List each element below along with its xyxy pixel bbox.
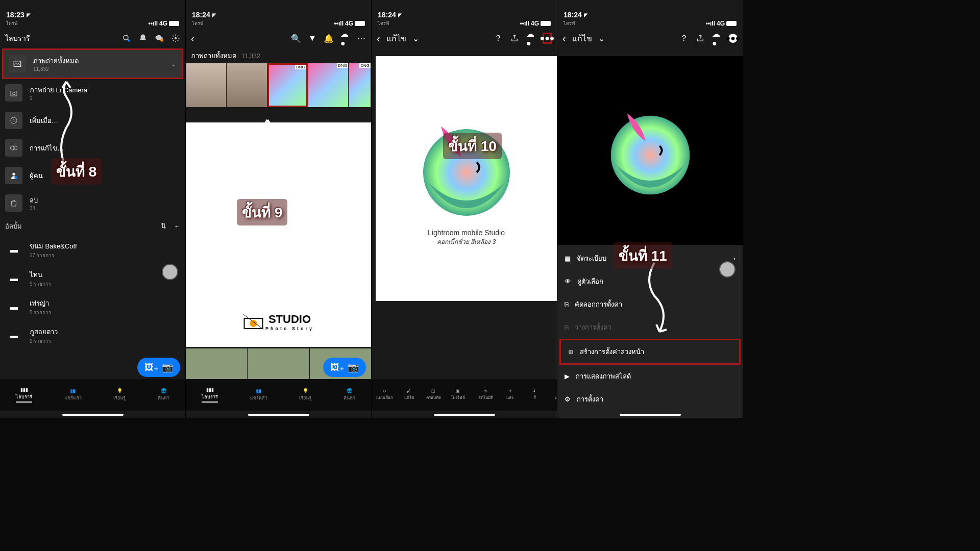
album-item[interactable]: ▬ภูสอยดาว2 รายการ bbox=[0, 321, 185, 350]
tool-selective[interactable]: ⊙แบบเลือก bbox=[374, 389, 395, 401]
thumbnail[interactable] bbox=[248, 348, 309, 379]
paste-icon: ⎘ bbox=[565, 323, 569, 331]
tool-edit[interactable]: 🖌แก้ไข bbox=[398, 389, 420, 401]
logo-subtitle: คอกเน็กชั่วย สีเหลือง 3 bbox=[410, 237, 523, 246]
cloud-icon[interactable]: ☁● bbox=[526, 34, 535, 43]
back-button[interactable]: ‹ bbox=[377, 33, 380, 44]
nav-learn[interactable]: 💡เรียนรู้ bbox=[113, 388, 126, 402]
nav-search[interactable]: 🌐ค้นหา bbox=[344, 388, 355, 402]
bell-icon[interactable] bbox=[138, 34, 148, 43]
more-button[interactable]: ●●● bbox=[543, 33, 552, 44]
share-icon[interactable] bbox=[696, 34, 705, 43]
cloud-icon[interactable] bbox=[155, 34, 164, 43]
sun-icon: ☀ bbox=[508, 389, 512, 393]
cloud-icon[interactable]: ☁● bbox=[340, 34, 350, 43]
gear-icon[interactable] bbox=[171, 34, 180, 43]
image-icon bbox=[9, 55, 26, 72]
logo-title: Lightroom mobile Studio bbox=[410, 229, 523, 237]
search-icon[interactable]: 🔍 bbox=[291, 34, 301, 43]
menu-settings[interactable]: ⚙การตั้งค่า bbox=[557, 388, 743, 411]
svg-point-2 bbox=[160, 39, 163, 42]
chevron-down-icon[interactable]: ⌄ bbox=[170, 60, 177, 68]
tool-icon: ⊙ bbox=[383, 389, 386, 393]
screen-1-library: 18:23◤ ไดรฟ์ ••ıll4G ไลบรารี ภาพถ่ายทั้ง… bbox=[0, 0, 186, 418]
help-icon[interactable]: ？ bbox=[679, 34, 689, 43]
menu-view-options[interactable]: 👁ดูตัวเลือก bbox=[557, 270, 743, 293]
eye-icon: 👁 bbox=[565, 278, 571, 285]
library-item-lr-camera[interactable]: ภาพถ่าย Lr Camera1 bbox=[0, 79, 185, 107]
album-section-head: อัลบั้ม ⇅＋ bbox=[0, 217, 185, 236]
home-indicator[interactable] bbox=[434, 414, 495, 416]
add-photo-button[interactable]: 🖼₊📷 bbox=[137, 358, 180, 377]
nav-search[interactable]: 🌐ค้นหา bbox=[158, 388, 169, 402]
item-count: 38 bbox=[30, 206, 180, 211]
thumbnail-selected[interactable]: DNG bbox=[267, 63, 308, 107]
menu-slideshow[interactable]: ▶การแสดงภาพสไลด์ bbox=[557, 365, 743, 388]
thumbnail[interactable]: DNG bbox=[349, 63, 371, 107]
library-item-recent[interactable]: เพิ่มเมื่อ… bbox=[0, 107, 185, 134]
stack-icon: ▣ bbox=[456, 389, 460, 393]
search-icon[interactable] bbox=[122, 34, 131, 43]
tool-profile[interactable]: ▣โปรไฟล์ bbox=[447, 389, 469, 401]
gallery-title: ภาพถ่ายทั้งหมด bbox=[191, 51, 236, 61]
cloud-icon[interactable]: ☁● bbox=[712, 34, 721, 43]
time: 18:23 bbox=[6, 11, 24, 19]
album-item[interactable]: ▬เฟรญ่า5 รายการ bbox=[0, 293, 185, 321]
top-bar: ‹ 🔍 ▼ 🔔 ☁● ⋯ bbox=[186, 28, 371, 48]
thumbnail[interactable] bbox=[186, 348, 247, 379]
svg-point-3 bbox=[175, 37, 177, 40]
album-item[interactable]: ▬ไทน9 รายการ bbox=[0, 264, 185, 293]
tool-auto[interactable]: ⟲อัตโนมัติ bbox=[475, 389, 496, 401]
nav-learn[interactable]: 💡เรียนรู้ bbox=[299, 388, 311, 402]
library-item-all-photos[interactable]: ภาพถ่ายทั้งหมด11,332 ⌄ bbox=[2, 48, 183, 79]
screen-4-menu: 18:24◤ ไดรฟ์ ••ıll4G ‹ แก้ไข ⌄ ？ ☁● ●●● … bbox=[557, 0, 743, 418]
menu-copy-settings[interactable]: ⎘คัดลอกการตั้งค่า bbox=[557, 293, 743, 316]
edit-label[interactable]: แก้ไข bbox=[572, 32, 592, 45]
more-icon[interactable]: ⋯ bbox=[357, 34, 366, 43]
menu-organize[interactable]: ▦จัดระเบียบ› bbox=[557, 247, 743, 270]
main-preview[interactable] bbox=[557, 56, 743, 245]
edit-label[interactable]: แก้ไข bbox=[386, 32, 406, 45]
nav-library[interactable]: ▮▮▮ไลบรารี bbox=[16, 387, 32, 403]
record-button[interactable] bbox=[162, 264, 178, 280]
more-button[interactable]: ●●● bbox=[728, 34, 738, 43]
tool-effects[interactable]: ◐เอฟเ bbox=[548, 389, 557, 401]
tool-crop[interactable]: ◫ครอบตัด bbox=[423, 389, 444, 401]
back-button[interactable]: ‹ bbox=[562, 33, 566, 44]
share-icon[interactable] bbox=[510, 34, 519, 43]
bell-icon[interactable]: 🔔 bbox=[324, 34, 333, 43]
folder-icon: ▬ bbox=[5, 327, 22, 344]
gear-icon: ⚙ bbox=[565, 395, 571, 403]
album-item[interactable]: ▬ขนม Bake&Coff17 รายการ bbox=[0, 236, 185, 264]
chevron-down-icon[interactable]: ⌄ bbox=[412, 34, 419, 43]
home-indicator[interactable] bbox=[248, 414, 309, 416]
sort-icon[interactable]: ⇅ bbox=[161, 222, 166, 231]
help-icon[interactable]: ？ bbox=[494, 34, 503, 43]
add-photo-button[interactable]: 🖼₊📷 bbox=[323, 358, 366, 377]
tool-color[interactable]: 🌡สี bbox=[524, 389, 545, 401]
library-item-trash[interactable]: ลบ38 bbox=[0, 189, 185, 217]
menu-create-preset[interactable]: ⊕สร้างการตั้งค่าล่วงหน้า bbox=[559, 339, 741, 365]
home-indicator[interactable] bbox=[62, 414, 124, 416]
back-button[interactable]: ‹ bbox=[191, 33, 194, 44]
chevron-down-icon[interactable]: ⌄ bbox=[598, 34, 605, 43]
main-preview[interactable]: Lightroom mobile Studio คอกเน็กชั่วย สีเ… bbox=[376, 56, 557, 301]
nav-library[interactable]: ▮▮▮ไลบรารี bbox=[202, 387, 218, 403]
whale-logo bbox=[410, 111, 523, 223]
library-item-edits[interactable]: การแก้ไข… bbox=[0, 134, 185, 162]
thumbnail[interactable] bbox=[186, 63, 226, 107]
filter-icon[interactable]: ▼ bbox=[308, 34, 317, 43]
thumbnail[interactable]: DNG bbox=[308, 63, 348, 107]
context-menu: ▦จัดระเบียบ› 👁ดูตัวเลือก ⎘คัดลอกการตั้งค… bbox=[557, 245, 743, 418]
home-indicator[interactable] bbox=[620, 414, 681, 416]
nav-shared[interactable]: 👥แชร์แล้ว bbox=[64, 388, 82, 402]
trash-icon bbox=[5, 194, 22, 212]
studio-logo: STUDIOPhoto Story bbox=[243, 313, 314, 331]
gallery-header: ภาพถ่ายทั้งหมด 11,332 bbox=[186, 48, 371, 63]
record-button[interactable] bbox=[719, 261, 736, 278]
thumbnail[interactable] bbox=[227, 63, 266, 107]
library-item-people[interactable]: ผู้คน bbox=[0, 162, 185, 189]
add-icon[interactable]: ＋ bbox=[174, 222, 180, 231]
tool-light[interactable]: ☀แสง bbox=[499, 389, 521, 401]
nav-shared[interactable]: 👥แชร์แล้ว bbox=[250, 388, 267, 402]
